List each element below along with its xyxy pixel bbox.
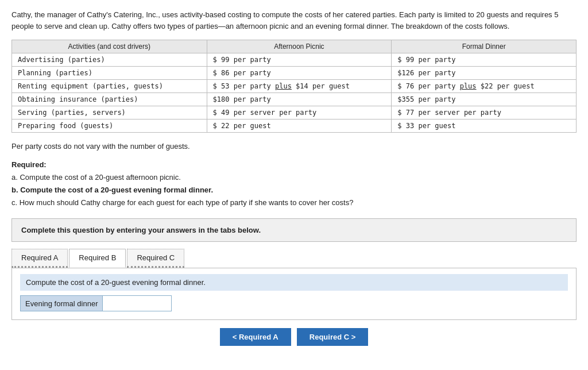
next-button-label: Required C > — [310, 333, 356, 341]
table-row-afternoon: $ 53 per party plus $14 per guest — [207, 80, 392, 93]
table-row-afternoon: $ 86 per party — [207, 67, 392, 80]
table-row-activity: Preparing food (guests) — [12, 120, 207, 133]
cost-table: Activities (and cost drivers) Afternoon … — [11, 40, 577, 133]
table-row-formal: $ 76 per party plus $22 per guest — [392, 80, 577, 93]
table-row-formal: $ 77 per server per party — [392, 106, 577, 120]
col2-header: Afternoon Picnic — [207, 40, 392, 53]
required-title: Required: — [11, 160, 47, 169]
intro-paragraph: Cathy, the manager of Cathy's Catering, … — [11, 9, 577, 32]
col1-header: Activities (and cost drivers) — [12, 40, 207, 53]
required-a: a. Compute the cost of a 20-guest aftern… — [11, 171, 577, 184]
table-row-afternoon: $ 99 per party — [207, 53, 392, 67]
input-label: Evening formal dinner — [20, 295, 103, 311]
tab-instruction: Compute the cost of a 20-guest evening f… — [20, 274, 568, 291]
evening-formal-dinner-input[interactable] — [103, 295, 172, 311]
tabs-container: Required A Required B Required C — [11, 249, 577, 268]
per-party-note: Per party costs do not vary with the num… — [11, 142, 577, 151]
table-row-formal: $ 99 per party — [392, 53, 577, 67]
required-section: Required: a. Compute the cost of a 20-gu… — [11, 159, 577, 209]
tab-required-a[interactable]: Required A — [11, 249, 68, 268]
table-row-afternoon: $180 per party — [207, 93, 392, 106]
table-row-activity: Advertising (parties) — [12, 53, 207, 67]
prev-button-label: < Required A — [233, 333, 278, 341]
tab-content-area: Compute the cost of a 20-guest evening f… — [11, 268, 577, 320]
table-row-formal: $126 per party — [392, 67, 577, 80]
prev-button[interactable]: < Required A — [220, 328, 291, 346]
table-row-afternoon: $ 49 per server per party — [207, 106, 392, 120]
table-row-afternoon: $ 22 per guest — [207, 120, 392, 133]
table-row-activity: Renting equipment (parties, guests) — [12, 80, 207, 93]
table-row-activity: Serving (parties, servers) — [12, 106, 207, 120]
table-row-formal: $355 per party — [392, 93, 577, 106]
complete-box: Complete this question by entering your … — [11, 218, 577, 242]
nav-buttons: < Required A Required C > — [11, 328, 577, 346]
col3-header: Formal Dinner — [392, 40, 577, 53]
table-row-activity: Obtaining insurance (parties) — [12, 93, 207, 106]
input-row: Evening formal dinner — [20, 295, 568, 311]
next-button[interactable]: Required C > — [297, 328, 369, 346]
tab-required-b[interactable]: Required B — [69, 249, 126, 268]
table-row-formal: $ 33 per guest — [392, 120, 577, 133]
required-b: b. Compute the cost of a 20-guest evenin… — [11, 186, 213, 194]
tab-required-c[interactable]: Required C — [127, 249, 184, 268]
required-c: c. How much should Cathy charge for each… — [11, 196, 577, 209]
complete-label: Complete this question by entering your … — [21, 226, 261, 234]
table-row-activity: Planning (parties) — [12, 67, 207, 80]
